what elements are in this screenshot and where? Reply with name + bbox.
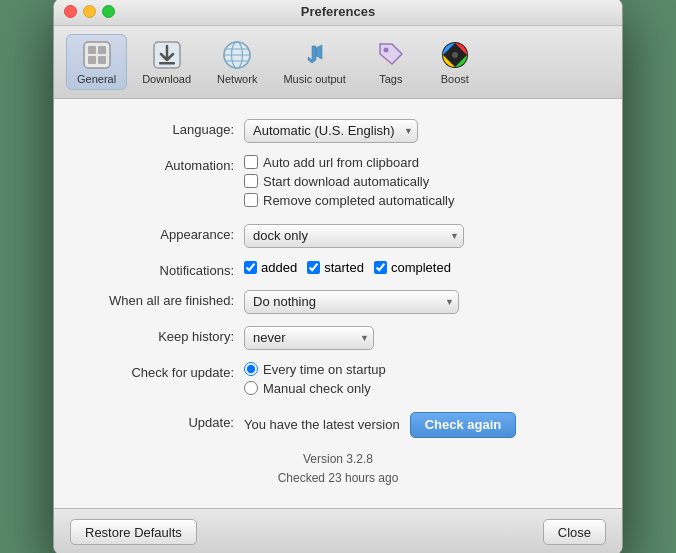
keep-history-control: never 1 day 1 week 1 month forever [244,326,592,350]
svg-point-16 [452,52,458,58]
update-status-row: You have the latest version Check again [244,412,592,438]
manual-check-row: Manual check only [244,381,592,396]
start-download-label: Start download automatically [263,174,429,189]
notifications-row: Notifications: added started completed [84,260,592,278]
version-info: Version 3.2.8 Checked 23 hours ago [84,450,592,488]
toolbar-item-boost[interactable]: Boost [425,34,485,90]
toolbar-item-music-output[interactable]: Music output [272,34,356,90]
toolbar-item-general[interactable]: General [66,34,127,90]
maximize-button[interactable] [102,5,115,18]
toolbar-music-label: Music output [283,73,345,85]
update-row: Update: You have the latest version Chec… [84,412,592,438]
footer: Restore Defaults Close [54,508,622,553]
toolbar-download-label: Download [142,73,191,85]
language-label: Language: [84,119,244,137]
appearance-control: dock only dock and menubar menubar only [244,224,592,248]
start-download-checkbox[interactable] [244,174,258,188]
keep-history-select-wrapper[interactable]: never 1 day 1 week 1 month forever [244,326,374,350]
when-finished-select-wrapper[interactable]: Do nothing Quit application Sleep Shutdo… [244,290,459,314]
appearance-row: Appearance: dock only dock and menubar m… [84,224,592,248]
remove-completed-row: Remove completed automatically [244,193,592,208]
toolbar-item-download[interactable]: Download [131,34,202,90]
tags-icon [375,39,407,71]
check-update-label: Check for update: [84,362,244,380]
every-startup-label: Every time on startup [263,362,386,377]
toolbar-boost-label: Boost [441,73,469,85]
notif-added-item: added [244,260,297,275]
remove-completed-label: Remove completed automatically [263,193,454,208]
auto-add-url-label: Auto add url from clipboard [263,155,419,170]
svg-rect-4 [98,56,106,64]
traffic-lights [64,5,115,18]
check-update-row: Check for update: Every time on startup … [84,362,592,400]
notif-started-checkbox[interactable] [307,261,320,274]
notif-added-label: added [261,260,297,275]
toolbar: General Download [54,26,622,99]
svg-rect-2 [98,46,106,54]
appearance-select-wrapper[interactable]: dock only dock and menubar menubar only [244,224,464,248]
auto-add-url-checkbox[interactable] [244,155,258,169]
notifications-control: added started completed [244,260,592,275]
every-startup-row: Every time on startup [244,362,592,377]
general-icon [81,39,113,71]
window-title: Preferences [301,4,375,19]
svg-point-13 [383,47,388,52]
remove-completed-checkbox[interactable] [244,193,258,207]
language-select-wrapper[interactable]: Automatic (U.S. English) English Spanish [244,119,418,143]
toolbar-general-label: General [77,73,116,85]
check-update-control: Every time on startup Manual check only [244,362,592,400]
svg-rect-0 [84,42,110,68]
checked-text: Checked 23 hours ago [84,469,592,488]
version-text: Version 3.2.8 [84,450,592,469]
update-status-text: You have the latest version [244,417,400,432]
toolbar-item-tags[interactable]: Tags [361,34,421,90]
check-again-button[interactable]: Check again [410,412,517,438]
when-finished-select[interactable]: Do nothing Quit application Sleep Shutdo… [244,290,459,314]
svg-rect-3 [88,56,96,64]
auto-add-url-row: Auto add url from clipboard [244,155,592,170]
automation-label: Automation: [84,155,244,173]
language-select[interactable]: Automatic (U.S. English) English Spanish [244,119,418,143]
manual-check-radio[interactable] [244,381,258,395]
appearance-label: Appearance: [84,224,244,242]
keep-history-row: Keep history: never 1 day 1 week 1 month… [84,326,592,350]
close-button[interactable]: Close [543,519,606,545]
notif-started-label: started [324,260,364,275]
boost-icon [439,39,471,71]
keep-history-select[interactable]: never 1 day 1 week 1 month forever [244,326,374,350]
notif-completed-item: completed [374,260,451,275]
notifications-label: Notifications: [84,260,244,278]
preferences-window: Preferences General [53,0,623,553]
minimize-button[interactable] [83,5,96,18]
svg-rect-6 [159,62,175,65]
notif-added-checkbox[interactable] [244,261,257,274]
appearance-select[interactable]: dock only dock and menubar menubar only [244,224,464,248]
toolbar-tags-label: Tags [379,73,402,85]
notif-started-item: started [307,260,364,275]
when-finished-control: Do nothing Quit application Sleep Shutdo… [244,290,592,314]
preferences-content: Language: Automatic (U.S. English) Engli… [54,99,622,508]
start-download-row: Start download automatically [244,174,592,189]
restore-defaults-button[interactable]: Restore Defaults [70,519,197,545]
toolbar-network-label: Network [217,73,257,85]
update-control: You have the latest version Check again [244,412,592,438]
language-control: Automatic (U.S. English) English Spanish [244,119,592,143]
automation-control: Auto add url from clipboard Start downlo… [244,155,592,212]
manual-check-label: Manual check only [263,381,371,396]
network-icon [221,39,253,71]
keep-history-label: Keep history: [84,326,244,344]
when-finished-label: When all are finished: [84,290,244,308]
when-finished-row: When all are finished: Do nothing Quit a… [84,290,592,314]
every-startup-radio[interactable] [244,362,258,376]
title-bar: Preferences [54,0,622,26]
download-icon [151,39,183,71]
language-row: Language: Automatic (U.S. English) Engli… [84,119,592,143]
toolbar-item-network[interactable]: Network [206,34,268,90]
automation-row: Automation: Auto add url from clipboard … [84,155,592,212]
update-label: Update: [84,412,244,430]
notif-completed-checkbox[interactable] [374,261,387,274]
svg-rect-1 [88,46,96,54]
notifications-items: added started completed [244,260,592,275]
notif-completed-label: completed [391,260,451,275]
close-button[interactable] [64,5,77,18]
